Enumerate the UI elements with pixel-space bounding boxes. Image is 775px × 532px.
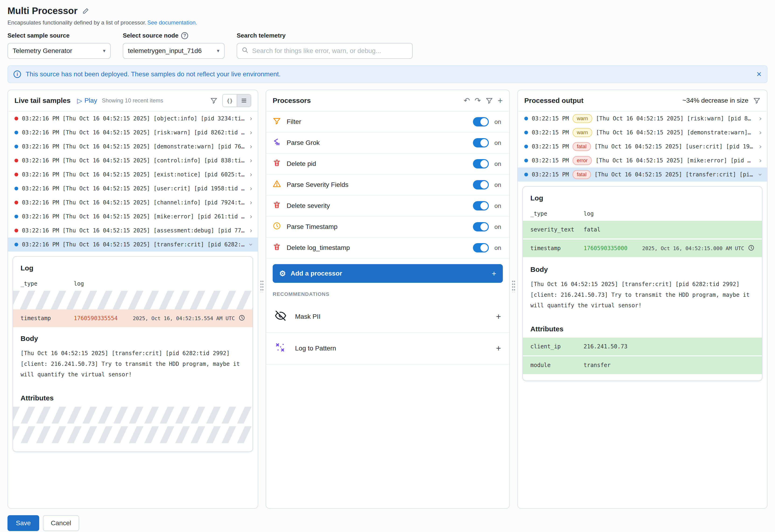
edit-title-icon[interactable]	[82, 7, 89, 14]
chevron-down-icon: ›	[757, 172, 764, 177]
processor-row-parse-timestamp[interactable]: Parse Timestamp on	[266, 217, 509, 238]
list-item[interactable]: 03:22:16 PM [Thu Oct 16 04:52:15 2025] […	[8, 126, 258, 140]
severity-dot	[14, 229, 18, 232]
filter-icon[interactable]	[753, 97, 761, 104]
json-view-button[interactable]: {}	[223, 95, 237, 107]
close-banner-icon[interactable]: ×	[757, 69, 761, 79]
processor-row-delete-pid[interactable]: Delete pid on	[266, 154, 509, 175]
body-section-heading: Body	[13, 327, 252, 347]
processor-row-filter[interactable]: Filter on	[266, 112, 509, 133]
sample-source-select[interactable]: Telemetry Generator ▾	[7, 43, 111, 59]
toggle-switch[interactable]	[473, 117, 489, 126]
chevron-right-icon: ›	[249, 129, 253, 136]
severity-dot	[14, 215, 18, 218]
filter-icon[interactable]	[210, 97, 217, 104]
processor-row-parse-severity[interactable]: Parse Severity Fields on	[266, 175, 509, 196]
warning-triangle-icon	[273, 180, 281, 190]
toggle-switch[interactable]	[473, 201, 489, 210]
undo-icon[interactable]: ↶	[464, 97, 470, 104]
severity-badge: warn	[573, 128, 592, 137]
sample-detail-card: Log _type log timestamp 1760590335554 20…	[13, 256, 253, 452]
panel-resize-handle[interactable]	[512, 280, 516, 292]
redacted-field-row	[13, 291, 252, 309]
toggle-switch[interactable]	[473, 138, 489, 147]
list-item[interactable]: 03:22:15 PMerror[Thu Oct 16 04:52:15 202…	[518, 154, 767, 168]
processors-title: Processors	[273, 97, 311, 105]
chevron-down-icon: ›	[247, 242, 254, 247]
view-toggle: {}	[222, 94, 251, 107]
help-icon[interactable]: ?	[181, 32, 188, 39]
list-item[interactable]: 03:22:15 PMwarn[Thu Oct 16 04:52:15 2025…	[518, 126, 767, 140]
source-node-control: Select source node ? telemetrygen_input_…	[123, 32, 224, 59]
play-button[interactable]: ▷ Play	[77, 97, 97, 105]
clock-icon	[748, 245, 754, 252]
list-view-button[interactable]	[237, 95, 251, 107]
list-item[interactable]: 03:22:16 PM [Thu Oct 16 04:52:15 2025] […	[8, 182, 258, 196]
toggle-switch[interactable]	[473, 222, 489, 231]
redo-icon[interactable]: ↷	[475, 97, 481, 104]
processor-row-delete-severity[interactable]: Delete severity on	[266, 196, 509, 217]
grok-icon	[273, 138, 281, 148]
chevron-right-icon: ›	[758, 129, 762, 136]
plus-icon: +	[492, 269, 496, 278]
list-item[interactable]: 03:22:16 PM [Thu Oct 16 04:52:15 2025] […	[8, 224, 258, 238]
list-item[interactable]: 03:22:15 PMwarn[Thu Oct 16 04:52:15 2025…	[518, 112, 767, 126]
source-node-select[interactable]: telemetrygen_input_71d6 ▾	[123, 43, 224, 59]
clock-icon	[238, 315, 245, 322]
save-button[interactable]: Save	[7, 515, 39, 531]
filter-funnel-icon	[273, 117, 281, 127]
page-title: Multi Processor	[7, 6, 77, 16]
search-box[interactable]	[237, 43, 413, 59]
add-recommendation-icon[interactable]: +	[496, 343, 501, 353]
list-item[interactable]: 03:22:16 PM [Thu Oct 16 04:52:15 2025] […	[8, 112, 258, 126]
severity-dot	[14, 243, 18, 246]
gear-icon: ⚙	[279, 269, 286, 278]
attributes-section-heading: Attributes	[13, 387, 252, 407]
recommendation-mask-pii[interactable]: Mask PII +	[266, 301, 509, 333]
list-item[interactable]: 03:22:16 PM [Thu Oct 16 04:52:15 2025] […	[8, 140, 258, 154]
list-item[interactable]: 03:22:16 PM [Thu Oct 16 04:52:15 2025] […	[8, 210, 258, 224]
toggle-switch[interactable]	[473, 159, 489, 168]
add-icon[interactable]: +	[498, 96, 503, 105]
list-item[interactable]: 03:22:16 PM [Thu Oct 16 04:52:15 2025] […	[8, 196, 258, 210]
processor-row-delete-log-timestamp[interactable]: Delete log_timestamp on	[266, 238, 509, 259]
pattern-icon	[274, 341, 287, 355]
cancel-button[interactable]: Cancel	[43, 515, 79, 531]
log-line: [Thu Oct 16 04:52:15 2025] [risk:warn] […	[596, 115, 754, 122]
severity-dot	[14, 201, 18, 204]
severity-dot	[14, 187, 18, 190]
add-recommendation-icon[interactable]: +	[496, 312, 501, 322]
log-line: 03:22:16 PM [Thu Oct 16 04:52:15 2025] […	[22, 185, 245, 192]
panels-container: Live tail samples ▷ Play Showing 10 rece…	[7, 90, 768, 509]
severity-row: severity_text fatal	[523, 221, 762, 238]
log-line: [Thu Oct 16 04:52:15 2025] [user:crit] […	[595, 143, 754, 150]
processor-row-parse-grok[interactable]: Parse Grok on	[266, 133, 509, 154]
recommendation-log-to-pattern[interactable]: Log to Pattern +	[266, 333, 509, 364]
filter-icon[interactable]	[486, 97, 493, 104]
toggle-switch[interactable]	[473, 180, 489, 189]
chevron-right-icon: ›	[249, 115, 253, 122]
log-line: 03:22:16 PM [Thu Oct 16 04:52:15 2025] […	[22, 157, 245, 164]
subtitle-text: Encapsulates functionality defined by a …	[7, 19, 146, 26]
panel-resize-handle[interactable]	[260, 280, 264, 292]
timestamp-human: 2025, Oct 16, 04:52:15.554 AM UTC	[133, 315, 235, 321]
trash-icon	[273, 243, 281, 253]
list-item-selected[interactable]: 03:22:16 PM [Thu Oct 16 04:52:15 2025] […	[8, 238, 258, 252]
severity-dot	[524, 131, 528, 134]
severity-dot	[14, 173, 18, 176]
documentation-link[interactable]: See documentation.	[147, 19, 197, 26]
list-item[interactable]: 03:22:16 PM [Thu Oct 16 04:52:15 2025] […	[8, 168, 258, 182]
search-telemetry-label: Search telemetry	[237, 32, 413, 39]
toggle-switch[interactable]	[473, 243, 489, 252]
search-input[interactable]	[252, 47, 408, 55]
list-item[interactable]: 03:22:16 PM [Thu Oct 16 04:52:15 2025] […	[8, 154, 258, 168]
severity-badge: fatal	[573, 142, 591, 151]
field-row: _type log	[523, 207, 762, 221]
log-line: [Thu Oct 16 04:52:15 2025] [demonstrate:…	[596, 129, 754, 136]
list-item-selected[interactable]: 03:22:15 PMfatal[Thu Oct 16 04:52:15 202…	[518, 168, 767, 182]
add-processor-button[interactable]: ⚙ Add a processor +	[273, 264, 503, 283]
list-item[interactable]: 03:22:15 PMfatal[Thu Oct 16 04:52:15 202…	[518, 140, 767, 154]
log-line: [Thu Oct 16 04:52:15 2025] [transfer:cri…	[595, 171, 754, 178]
body-section-heading: Body	[523, 258, 762, 278]
trash-icon	[273, 159, 281, 169]
